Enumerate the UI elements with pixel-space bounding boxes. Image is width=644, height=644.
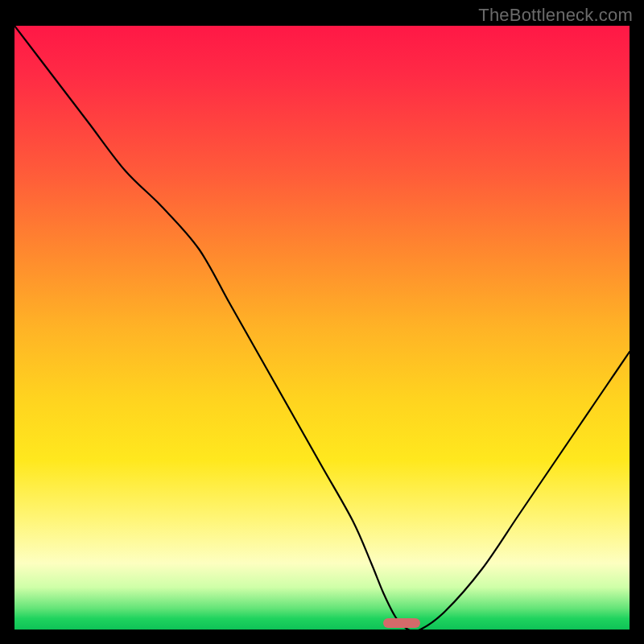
watermark-text: TheBottleneck.com: [478, 5, 633, 26]
chart-frame: TheBottleneck.com: [0, 0, 644, 644]
curve-layer: [14, 26, 630, 630]
optimal-point-marker: [383, 618, 420, 628]
bottleneck-curve-line: [14, 26, 630, 630]
plot-area: [14, 26, 630, 630]
